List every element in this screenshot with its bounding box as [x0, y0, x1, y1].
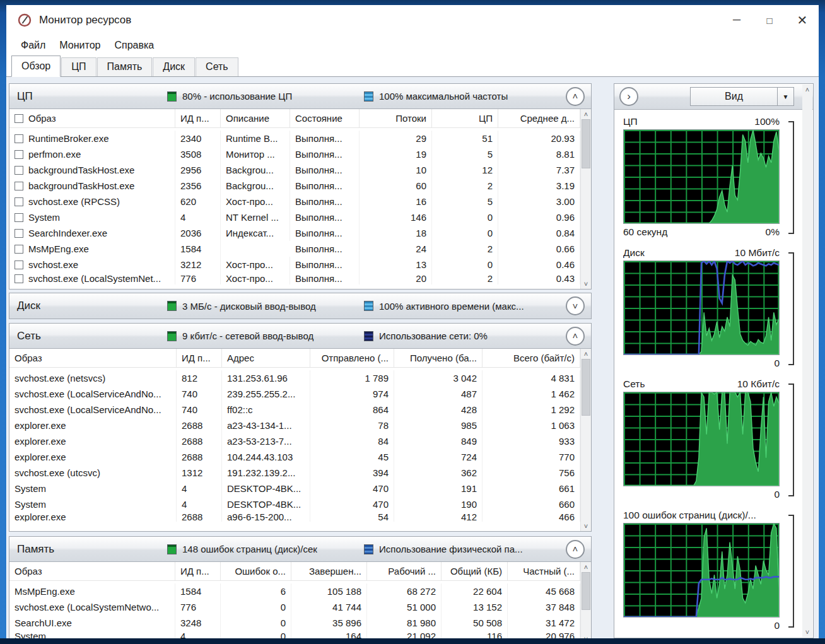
scroll-up-icon[interactable]: ˄: [581, 562, 591, 572]
table-row[interactable]: explorer.exe 2688 a23-43-134-1... 78 985…: [9, 418, 580, 433]
row-checkbox[interactable]: [15, 213, 23, 222]
col-pid[interactable]: ИД п...: [175, 562, 221, 580]
cpu-collapse-button[interactable]: ˄: [566, 87, 585, 106]
scroll-down-icon[interactable]: ˅: [802, 627, 812, 637]
table-row[interactable]: SearchIndexer.exe 2036 Индексат... Выпол…: [9, 225, 580, 241]
scrollbar-thumb[interactable]: [582, 359, 590, 416]
row-checkbox[interactable]: [15, 182, 23, 190]
col-image[interactable]: Образ: [9, 562, 175, 580]
col-image[interactable]: Образ: [9, 349, 177, 367]
col-working-set[interactable]: Рабочий ...: [367, 562, 442, 580]
disk-section-header[interactable]: Диск 3 МБ/с - дисковый ввод-вывод 100% а…: [9, 293, 591, 319]
tab-overview[interactable]: Обзор: [11, 56, 61, 77]
col-sent[interactable]: Отправлено (...: [310, 349, 394, 367]
table-row[interactable]: backgroundTaskHost.exe 2956 Backgrou... …: [9, 162, 580, 178]
sidebar-scrollbar[interactable]: ˄ ˅: [802, 85, 812, 637]
row-checkbox[interactable]: [15, 274, 23, 283]
table-row[interactable]: explorer.exe 2688 104.244.43.103 45 724 …: [9, 449, 580, 465]
table-row[interactable]: svchost.exe (utcsvc) 1312 191.232.139.2.…: [9, 465, 580, 481]
row-checkbox[interactable]: [15, 229, 23, 238]
col-total[interactable]: ˅Всего (байт/с): [483, 349, 580, 367]
scroll-up-icon[interactable]: ˄: [802, 85, 812, 95]
scale-bracket: [788, 121, 794, 234]
table-row[interactable]: MsMpEng.exe 1584 6 105 188 68 272 22 604…: [9, 583, 580, 599]
menu-help[interactable]: Справка: [107, 37, 161, 54]
table-row[interactable]: backgroundTaskHost.exe 2356 Backgrou... …: [9, 178, 580, 194]
network-section-header[interactable]: Сеть 9 кбит/с - сетевой ввод-вывод Испол…: [9, 324, 591, 349]
col-hard-faults[interactable]: Ошибок о...: [221, 562, 291, 580]
menubar: Файл Монитор Справка: [6, 35, 819, 56]
row-checkbox[interactable]: [15, 245, 23, 254]
network-table-scrollbar[interactable]: ˄ ˅: [580, 349, 591, 531]
col-pid[interactable]: ИД п...: [177, 349, 222, 367]
table-row[interactable]: svchost.exe (LocalSystemNet... 776 Хост-…: [9, 272, 580, 284]
network-usage-stat: Использование сети: 0%: [379, 331, 488, 341]
menu-file[interactable]: Файл: [14, 37, 52, 54]
memory-table-scrollbar[interactable]: ˄ ˅: [580, 562, 591, 644]
minimize-button[interactable]: ─: [720, 5, 753, 35]
menu-monitor[interactable]: Монитор: [52, 37, 107, 54]
cpu-section-header[interactable]: ЦП 80% - использование ЦП 100% максималь…: [9, 84, 591, 109]
window-title: Монитор ресурсов: [39, 14, 131, 26]
table-row[interactable]: perfmon.exe 3508 Монитор ... Выполня... …: [9, 146, 580, 162]
col-private[interactable]: ˅Частный (...: [508, 562, 580, 580]
col-description[interactable]: Описание: [221, 109, 290, 127]
col-image[interactable]: Образ: [9, 109, 175, 127]
table-row[interactable]: svchost.exe (netsvcs) 812 131.253.61.96 …: [9, 370, 580, 386]
tab-memory[interactable]: Память: [97, 57, 153, 76]
col-threads[interactable]: Потоки: [360, 109, 432, 127]
close-button[interactable]: ✕: [786, 5, 819, 35]
col-received[interactable]: Получено (ба...: [394, 349, 483, 367]
table-row[interactable]: RuntimeBroker.exe 2340 Runtime B... Выпо…: [9, 131, 580, 146]
row-checkbox[interactable]: [15, 166, 23, 175]
table-row[interactable]: svchost.exe (RPCSS) 620 Хост-про... Выпо…: [9, 194, 580, 209]
memory-chart-min-label: 0: [774, 620, 780, 631]
scrollbar-thumb[interactable]: [582, 119, 590, 168]
table-row[interactable]: MsMpEng.exe 1584 Выполня... 24 2 0.66: [9, 241, 580, 257]
select-all-checkbox[interactable]: [15, 114, 23, 123]
col-status[interactable]: ˄Состояние: [290, 109, 360, 127]
row-checkbox[interactable]: [15, 261, 23, 269]
col-shareable[interactable]: Общий (КБ): [442, 562, 508, 580]
scroll-up-icon[interactable]: ˄: [581, 109, 591, 119]
disk-expand-button[interactable]: ˅: [566, 296, 585, 315]
scroll-up-icon[interactable]: ˄: [581, 349, 591, 359]
scrollbar-thumb[interactable]: [582, 572, 590, 610]
table-row[interactable]: SearchUI.exe 3248 0 35 896 81 980 50 508…: [9, 615, 580, 631]
row-checkbox[interactable]: [15, 150, 23, 159]
table-row[interactable]: svchost.exe (LocalServiceAndNo... 740 ff…: [9, 402, 580, 418]
table-row[interactable]: explorer.exe 2688 a96-6-15-200... 54 412…: [9, 512, 580, 522]
cpu-section-title: ЦП: [9, 90, 167, 103]
network-usage-legend-icon: [364, 331, 373, 341]
maximize-button[interactable]: □: [753, 5, 786, 35]
row-checkbox[interactable]: [15, 197, 23, 206]
row-checkbox[interactable]: [15, 134, 23, 143]
table-row[interactable]: System 4 NT Kernel ... Выполня... 146 0 …: [9, 209, 580, 225]
table-row[interactable]: System 4 DESKTOP-4BK... 470 191 661: [9, 481, 580, 496]
table-row[interactable]: svchost.exe (LocalSystemNetwo... 776 0 4…: [9, 599, 580, 615]
cpu-frequency-legend-icon: [364, 91, 373, 102]
sidebar-collapse-button[interactable]: ›: [619, 87, 638, 106]
tab-network[interactable]: Сеть: [196, 57, 238, 76]
tab-disk[interactable]: Диск: [153, 57, 195, 76]
dropdown-arrow-icon[interactable]: ▼: [777, 88, 793, 105]
col-cpu[interactable]: ЦП: [432, 109, 498, 127]
scroll-down-icon[interactable]: ˅: [581, 279, 591, 289]
memory-section-header[interactable]: Память 148 ошибок страниц (диск)/сек Исп…: [9, 537, 591, 562]
col-average[interactable]: Среднее д...: [498, 109, 580, 127]
cpu-chart-max-label: 100%: [754, 116, 780, 127]
col-address[interactable]: Адрес: [222, 349, 310, 367]
table-row[interactable]: svchost.exe 3212 Хост-про... Выполня... …: [9, 257, 580, 272]
scroll-down-icon[interactable]: ˅: [581, 521, 591, 531]
table-row[interactable]: explorer.exe 2688 a23-53-213-7... 84 849…: [9, 433, 580, 449]
table-row[interactable]: svchost.exe (LocalServiceAndNo... 740 23…: [9, 386, 580, 402]
tab-cpu[interactable]: ЦП: [61, 57, 96, 76]
network-collapse-button[interactable]: ˄: [566, 327, 585, 346]
memory-collapse-button[interactable]: ˄: [566, 540, 585, 559]
col-commit[interactable]: Завершен...: [291, 562, 367, 580]
col-pid[interactable]: ИД п...: [175, 109, 221, 127]
table-row[interactable]: System 4 DESKTOP-4BK... 470 190 660: [9, 496, 580, 512]
cpu-table-scrollbar[interactable]: ˄ ˅: [580, 109, 591, 289]
cpu-usage-graph: [623, 129, 780, 224]
view-button[interactable]: Вид ▼: [690, 87, 794, 106]
